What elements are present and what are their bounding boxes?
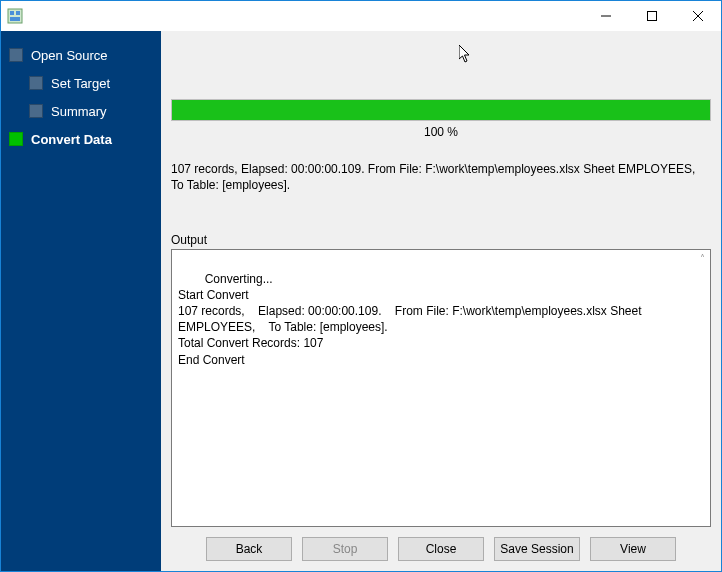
sidebar-item-open-source[interactable]: Open Source <box>1 41 161 69</box>
output-label: Output <box>171 233 711 247</box>
step-status-icon <box>9 48 23 62</box>
sidebar-item-label: Open Source <box>31 48 108 63</box>
titlebar <box>1 1 721 31</box>
save-session-button[interactable]: Save Session <box>494 537 580 561</box>
view-button[interactable]: View <box>590 537 676 561</box>
mouse-cursor-icon <box>459 45 473 65</box>
output-log[interactable]: Converting... Start Convert 107 records,… <box>171 249 711 527</box>
sidebar-item-label: Set Target <box>51 76 110 91</box>
sidebar-item-label: Summary <box>51 104 107 119</box>
minimize-button[interactable] <box>583 1 629 31</box>
progress-bar-fill <box>172 100 710 120</box>
output-log-text: Converting... Start Convert 107 records,… <box>178 272 645 367</box>
sidebar-item-summary[interactable]: Summary <box>1 97 161 125</box>
app-icon <box>7 8 23 24</box>
sidebar-item-label: Convert Data <box>31 132 112 147</box>
main-panel: 100 % 107 records, Elapsed: 00:00:00.109… <box>161 31 721 571</box>
progress-bar <box>171 99 711 121</box>
close-button[interactable]: Close <box>398 537 484 561</box>
sidebar-item-set-target[interactable]: Set Target <box>1 69 161 97</box>
back-button[interactable]: Back <box>206 537 292 561</box>
button-row: Back Stop Close Save Session View <box>171 537 711 561</box>
svg-rect-3 <box>10 17 20 21</box>
step-status-icon <box>9 132 23 146</box>
svg-rect-1 <box>10 11 14 15</box>
step-status-icon <box>29 104 43 118</box>
step-status-icon <box>29 76 43 90</box>
close-window-button[interactable] <box>675 1 721 31</box>
svg-rect-2 <box>16 11 20 15</box>
svg-rect-5 <box>648 12 657 21</box>
window-controls <box>583 1 721 31</box>
sidebar-item-convert-data[interactable]: Convert Data <box>1 125 161 153</box>
progress-percent-label: 100 % <box>171 125 711 139</box>
wizard-sidebar: Open Source Set Target Summary Convert D… <box>1 31 161 571</box>
app-window: Open Source Set Target Summary Convert D… <box>0 0 722 572</box>
stop-button[interactable]: Stop <box>302 537 388 561</box>
maximize-button[interactable] <box>629 1 675 31</box>
status-text: 107 records, Elapsed: 00:00:00.109. From… <box>171 161 711 193</box>
scroll-up-icon: ˄ <box>696 252 708 264</box>
